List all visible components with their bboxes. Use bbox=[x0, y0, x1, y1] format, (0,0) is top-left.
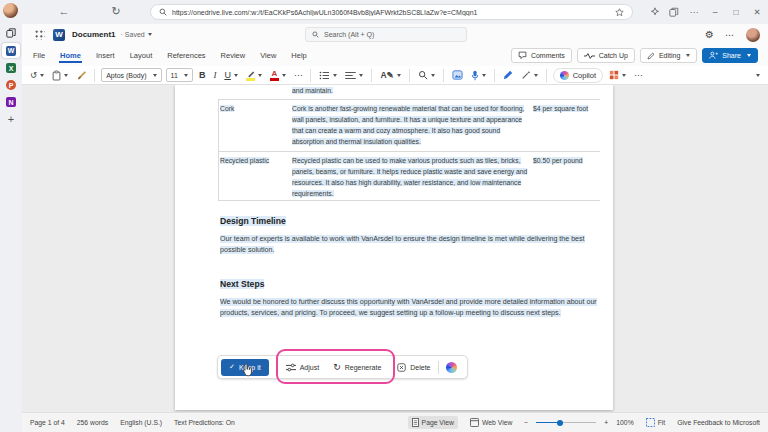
zoom-in-icon[interactable]: + bbox=[604, 419, 608, 426]
comments-button[interactable]: Comments bbox=[511, 48, 572, 63]
align-button[interactable] bbox=[343, 70, 365, 81]
app-launcher-icon[interactable] bbox=[34, 29, 45, 40]
cursor-hand-icon bbox=[241, 363, 253, 377]
table-cell-price: $4 per square foot bbox=[533, 103, 601, 114]
menu-home[interactable]: Home bbox=[59, 49, 82, 63]
back-icon[interactable]: ← bbox=[55, 2, 73, 20]
table-cell-price: $0.50 per pound bbox=[533, 155, 601, 166]
menu-references[interactable]: References bbox=[166, 49, 206, 62]
browser-more-icon[interactable]: ⋯ bbox=[688, 7, 700, 17]
word-icon: W bbox=[6, 46, 16, 56]
collections-icon[interactable] bbox=[669, 7, 679, 17]
close-icon[interactable]: ✕ bbox=[751, 7, 763, 17]
document-title[interactable]: Document1 bbox=[72, 30, 116, 39]
titlebar-more-icon[interactable]: ⋯ bbox=[725, 30, 735, 40]
menu-view[interactable]: View bbox=[259, 49, 277, 62]
font-color-button[interactable]: A bbox=[268, 69, 288, 82]
adjust-sliders-icon bbox=[286, 363, 296, 372]
dictate-button[interactable] bbox=[469, 69, 488, 82]
catch-up-button[interactable]: Catch Up bbox=[577, 48, 635, 63]
sidebar-item-word[interactable]: W bbox=[2, 43, 20, 58]
format-painter-button[interactable] bbox=[74, 69, 88, 81]
chevron-down-icon bbox=[359, 74, 363, 77]
web-view-button[interactable]: Web View bbox=[466, 416, 516, 429]
font-size-select[interactable]: 11 bbox=[166, 68, 193, 82]
menu-file[interactable]: File bbox=[32, 49, 46, 62]
account-avatar[interactable] bbox=[746, 28, 760, 42]
italic-button[interactable]: I bbox=[211, 69, 218, 81]
language-status[interactable]: English (U.S.) bbox=[120, 419, 162, 426]
address-bar[interactable]: https://onedrive.live.com/:w:/t/EaCKkPs6… bbox=[150, 4, 633, 20]
search-box[interactable]: Search (Alt + Q) bbox=[305, 27, 467, 42]
ribbon-toolbar: ↺ Aptos (Body) 11 B I U A ⋯ bbox=[22, 66, 768, 85]
sidebar-item-onenote[interactable]: N bbox=[2, 95, 20, 109]
copilot-icon[interactable] bbox=[446, 362, 457, 373]
document-page[interactable]: and maintain. Cork Cork is another fast-… bbox=[175, 85, 613, 410]
styles-button[interactable]: A✎ bbox=[378, 69, 402, 81]
delete-x-icon bbox=[397, 363, 406, 372]
clipboard-icon bbox=[52, 70, 61, 81]
highlight-button[interactable] bbox=[244, 69, 264, 82]
share-button[interactable]: Share bbox=[702, 48, 758, 63]
paste-button[interactable] bbox=[50, 69, 70, 82]
document-canvas[interactable]: and maintain. Cork Cork is another fast-… bbox=[22, 85, 768, 412]
sidebar-item-excel[interactable]: X bbox=[2, 61, 20, 75]
section-heading: Design Timeline bbox=[220, 216, 286, 226]
regenerate-button[interactable]: ↻ Regenerate bbox=[333, 362, 381, 372]
url-text[interactable]: https://onedrive.live.com/:w:/t/EaCKkPs6… bbox=[172, 9, 610, 16]
search-icon bbox=[312, 31, 319, 38]
minimize-icon[interactable]: – bbox=[709, 7, 721, 17]
format-painter-icon bbox=[76, 70, 86, 80]
fit-button[interactable]: Fit bbox=[642, 416, 670, 429]
add-ins-button[interactable] bbox=[607, 69, 628, 81]
editing-mode-button[interactable]: Editing bbox=[640, 48, 697, 63]
maximize-icon[interactable]: □ bbox=[730, 7, 742, 17]
chevron-down-icon bbox=[534, 74, 538, 77]
bold-button[interactable]: B bbox=[197, 69, 208, 81]
feedback-link[interactable]: Give Feedback to Microsoft bbox=[677, 419, 760, 426]
sparkle-icon[interactable] bbox=[650, 7, 660, 17]
more-formatting-icon[interactable]: ⋯ bbox=[292, 69, 305, 81]
copilot-button[interactable]: Copilot bbox=[553, 68, 603, 83]
bullets-button[interactable] bbox=[317, 70, 339, 81]
menu-insert[interactable]: Insert bbox=[95, 49, 116, 62]
word-logo-icon[interactable]: W bbox=[53, 29, 65, 41]
zoom-level[interactable]: 100% bbox=[616, 419, 633, 426]
sidebar-add-button[interactable]: + bbox=[2, 112, 20, 126]
chevron-down-icon bbox=[258, 74, 262, 77]
zoom-out-icon[interactable]: − bbox=[524, 419, 528, 426]
settings-gear-icon[interactable]: ⚙ bbox=[705, 29, 714, 40]
page-number-status[interactable]: Page 1 of 4 bbox=[30, 419, 65, 426]
copilot-action-bar: ✓ Keep it Adjust ↻ Regenerate Delete bbox=[217, 355, 468, 379]
favorites-star-icon[interactable] bbox=[615, 8, 624, 17]
menu-help[interactable]: Help bbox=[290, 49, 307, 62]
adjust-button[interactable]: Adjust bbox=[286, 363, 319, 372]
sidebar-windows-icon[interactable] bbox=[2, 26, 20, 40]
editor-button[interactable] bbox=[501, 69, 515, 81]
menu-layout[interactable]: Layout bbox=[129, 49, 154, 62]
word-count-status[interactable]: 256 words bbox=[77, 419, 108, 426]
browser-profile-avatar[interactable] bbox=[3, 3, 18, 18]
menu-bar: File Home Insert Layout References Revie… bbox=[22, 45, 768, 66]
menu-review[interactable]: Review bbox=[220, 49, 247, 62]
save-status[interactable]: · Saved bbox=[121, 31, 145, 38]
font-name-select[interactable]: Aptos (Body) bbox=[101, 68, 161, 82]
sidebar-item-powerpoint[interactable]: P bbox=[2, 78, 20, 92]
chevron-down-icon bbox=[40, 74, 44, 77]
table-cell-material: Recycled plastic bbox=[220, 155, 286, 166]
text-predictions-status[interactable]: Text Predictions: On bbox=[174, 419, 235, 426]
delete-button[interactable]: Delete bbox=[397, 363, 430, 372]
designer-button[interactable] bbox=[450, 69, 465, 81]
undo-button[interactable]: ↺ bbox=[28, 69, 46, 81]
ribbon-collapse-button[interactable] bbox=[752, 73, 762, 78]
autoformat-button[interactable] bbox=[519, 69, 540, 81]
refresh-icon[interactable]: ↻ bbox=[107, 2, 125, 20]
underline-button[interactable]: U bbox=[222, 69, 240, 81]
find-button[interactable] bbox=[416, 69, 437, 81]
zoom-slider[interactable] bbox=[536, 419, 596, 427]
zoom-slider-knob[interactable] bbox=[557, 420, 563, 426]
page-view-button[interactable]: Page View bbox=[408, 416, 458, 429]
share-people-icon bbox=[709, 51, 718, 60]
ribbon-more-icon[interactable]: ⋯ bbox=[632, 69, 645, 81]
copilot-icon bbox=[560, 71, 569, 80]
